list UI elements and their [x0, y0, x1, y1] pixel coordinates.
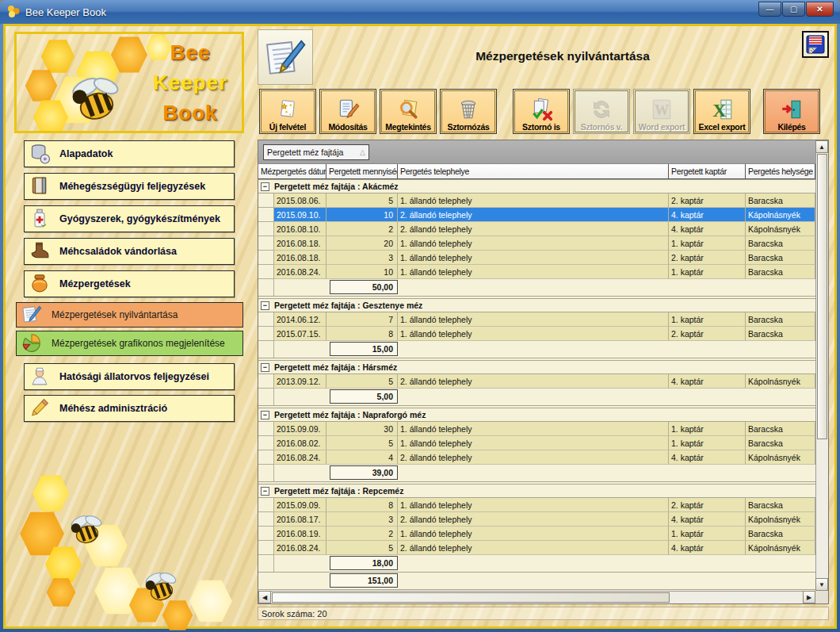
group-by-chip[interactable]: Pergetett méz fajtája △: [263, 144, 369, 160]
table-cell: 2016.08.24.: [274, 541, 326, 555]
titlebar[interactable]: Bee Keeper Book —▢✕: [0, 0, 840, 24]
table-cell: 1. állandó telephely: [398, 236, 669, 251]
table-row[interactable]: 2016.08.24.42. állandó telephely4. kaptá…: [258, 450, 815, 465]
table-cell: 2016.08.24.: [274, 450, 326, 465]
group-label: Pergetett méz fajtája : Akácméz: [274, 182, 399, 191]
table-row[interactable]: 2016.08.18.201. állandó telephely1. kapt…: [258, 236, 815, 251]
horizontal-scrollbar[interactable]: ◀ ▶: [258, 591, 815, 603]
table-row[interactable]: 2016.08.24.101. állandó telephely1. kapt…: [258, 265, 815, 279]
trash-icon: [456, 97, 480, 122]
minimize-button[interactable]: —: [758, 2, 781, 17]
group-header-row[interactable]: −Pergetett méz fajtája : Hársméz: [258, 360, 815, 374]
table-cell: 2. állandó telephely: [398, 541, 669, 555]
table-row[interactable]: 2016.08.18.31. állandó telephely2. kaptá…: [258, 251, 815, 265]
group-header-row[interactable]: −Pergetett méz fajtája : Repceméz: [258, 484, 815, 498]
app-window: Bee Keeper Book —▢✕ Bee Keeper Book Alap…: [0, 0, 840, 632]
table-row[interactable]: 2015.09.10.102. állandó telephely4. kapt…: [258, 208, 815, 222]
collapse-group-icon[interactable]: −: [261, 411, 269, 419]
group-indent: [258, 265, 274, 279]
scroll-right-button[interactable]: ▶: [803, 591, 815, 603]
group-indent: [258, 327, 274, 341]
group-header-row[interactable]: −Pergetett méz fajtája : Napraforgó méz: [258, 408, 815, 422]
table-row[interactable]: 2016.08.02.51. állandó telephely1. kaptá…: [258, 436, 815, 450]
table-cell: 2. állandó telephely: [398, 374, 669, 389]
sidebar-item-gyogyszerek[interactable]: Gyógyszerek, gyógykészítmények: [24, 205, 235, 232]
subtotal-value: 18,00: [330, 556, 398, 570]
table-row[interactable]: 2015.07.15.81. állandó telephely2. kaptá…: [258, 327, 815, 341]
sidebar-item-alapadatok[interactable]: Alapadatok: [24, 140, 235, 167]
honeycomb-cell: [25, 69, 58, 102]
group-header-row[interactable]: −Pergetett méz fajtája : Akácméz: [258, 179, 815, 193]
collapse-group-icon[interactable]: −: [261, 301, 269, 310]
table-row[interactable]: 2014.06.12.71. állandó telephely1. kaptá…: [258, 312, 815, 327]
group-indent: [258, 374, 274, 389]
group-indent: [258, 422, 274, 436]
view-button[interactable]: Megtekintés: [380, 89, 437, 134]
table-cell: 2. állandó telephely: [398, 222, 669, 236]
horizontal-scroll-thumb[interactable]: [272, 592, 670, 603]
floppy-disk-icon: [805, 34, 826, 55]
save-button[interactable]: [802, 31, 829, 58]
database-icon: [29, 143, 53, 165]
table-cell: 2: [326, 527, 398, 541]
exit-door-icon: [780, 97, 804, 122]
modify-button[interactable]: Módosítás: [319, 89, 376, 134]
scroll-left-button[interactable]: ◀: [258, 591, 271, 603]
collapse-group-icon[interactable]: −: [261, 487, 269, 496]
subtotal-value: 5,00: [330, 389, 398, 404]
table-cell: 2: [326, 222, 398, 236]
close-button[interactable]: ✕: [806, 2, 834, 17]
group-indent: [258, 450, 274, 465]
table-cell: 1. állandó telephely: [398, 251, 669, 265]
column-header-5[interactable]: Pergetés helysége: [746, 164, 815, 178]
table-row[interactable]: 2016.08.24.52. állandó telephely4. kaptá…: [258, 541, 815, 555]
table-cell: 5: [326, 541, 398, 555]
sidebar-item-mezpergetesek[interactable]: Mézpergetések: [24, 270, 235, 297]
table-row[interactable]: 2015.09.09.301. állandó telephely1. kapt…: [258, 422, 815, 436]
excel-export-button[interactable]: XExcel export: [693, 89, 750, 134]
collapse-group-icon[interactable]: −: [261, 182, 269, 191]
table-row[interactable]: 2015.08.06.51. állandó telephely2. kaptá…: [258, 193, 815, 208]
app-logo: Bee Keeper Book: [14, 32, 244, 133]
table-row[interactable]: 2016.08.19.21. állandó telephely1. kaptá…: [258, 527, 815, 541]
collapse-group-icon[interactable]: −: [261, 363, 269, 372]
group-header-row[interactable]: −Pergetett méz fajtája : Gesztenye méz: [258, 298, 815, 312]
scroll-up-button[interactable]: ▲: [815, 140, 828, 153]
page-title: Mézpergetések nyilvántartása: [396, 49, 729, 63]
vertical-scrollbar[interactable]: ▲ ▼: [815, 140, 828, 591]
table-row[interactable]: 2013.09.12.52. állandó telephely4. kaptá…: [258, 374, 815, 389]
table-cell: 1. állandó telephely: [398, 265, 669, 279]
sidebar-item-mehesz-adminisztracio[interactable]: Méhész adminisztráció: [24, 395, 235, 422]
sidebar-item-mezpergetesek-nyilvantartasa[interactable]: Mézpergetések nyilvántartása: [16, 302, 243, 327]
new-record-button[interactable]: Új felvétel: [259, 89, 316, 134]
column-header-4[interactable]: Pergetett kaptár: [669, 164, 746, 178]
table-cell: 2016.08.18.: [274, 236, 326, 251]
sidebar-item-hatosagi-allatorvos[interactable]: Hatósági állatorvos feljegyzései: [24, 363, 235, 390]
group-indent: [258, 512, 274, 527]
table-cell: 2013.09.12.: [274, 374, 326, 389]
group-indent: [258, 312, 274, 327]
vertical-scroll-thumb[interactable]: [817, 154, 827, 439]
column-header-2[interactable]: Pergetett mennyiség (kg): [326, 164, 398, 178]
table-cell: 5: [326, 193, 398, 208]
table-row[interactable]: 2016.08.17.32. állandó telephely4. kaptá…: [258, 512, 815, 527]
sidebar-item-label: Mézpergetések grafikonos megjelenítése: [52, 338, 225, 349]
table-row[interactable]: 2015.09.09.81. állandó telephely2. kaptá…: [258, 498, 815, 512]
scroll-down-button[interactable]: ▼: [815, 578, 828, 591]
sidebar-item-mehcsaladok-vandorlasa[interactable]: Méhcsaládok vándorlása: [24, 238, 235, 265]
sidebar-item-mezpergetesek-grafikon[interactable]: Mézpergetések grafikonos megjelenítése: [16, 331, 243, 356]
storno-also-button[interactable]: Sztornó is: [513, 89, 570, 134]
group-label: Pergetett méz fajtája : Napraforgó méz: [274, 410, 426, 419]
pencil-icon: [29, 397, 53, 419]
table-row[interactable]: 2016.08.10.22. állandó telephely4. kaptá…: [258, 222, 815, 236]
toolbar-button-label: Megtekintés: [385, 122, 430, 132]
column-header-1[interactable]: Mézpergetés dátuma△: [258, 164, 326, 178]
maximize-button[interactable]: ▢: [782, 2, 805, 17]
table-cell: 20: [326, 236, 398, 251]
column-header-3[interactable]: Pergetés telephelye: [398, 164, 669, 178]
module-icon-button[interactable]: [258, 29, 313, 85]
group-subtotal-row: 50,00: [258, 279, 815, 297]
exit-button[interactable]: Kilépés: [763, 89, 820, 134]
cancel-button[interactable]: Sztornózás: [440, 89, 497, 134]
sidebar-item-mehegeszsegugyi-feljegyzesek[interactable]: Méhegészségügyi feljegyzések: [24, 173, 235, 200]
